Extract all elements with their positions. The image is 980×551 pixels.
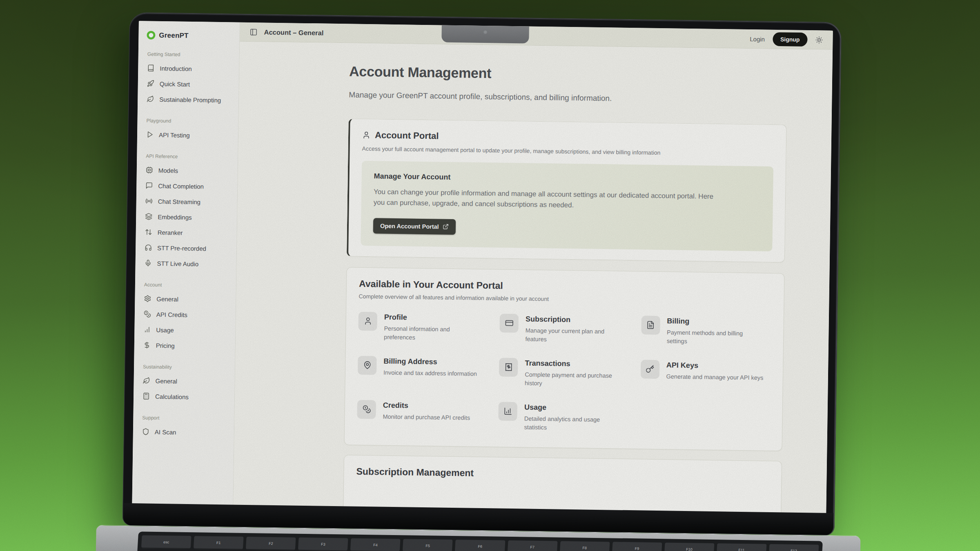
feature-subscription[interactable]: SubscriptionManage your current plan and… <box>499 313 630 344</box>
coins-icon <box>357 400 376 419</box>
sidebar-item-playground-api-testing[interactable]: API Testing <box>143 127 233 143</box>
signup-button[interactable]: Signup <box>773 32 808 47</box>
shield-icon <box>142 428 149 435</box>
feature-body: SubscriptionManage your current plan and… <box>525 314 624 344</box>
manage-account-panel: Manage Your Account You can change your … <box>361 161 773 251</box>
sidebar-item-label: Embeddings <box>158 213 192 220</box>
book-icon <box>147 64 154 72</box>
sidebar-section-label: Getting Started <box>144 51 234 58</box>
sidebar-item-getting-started-sustainable-prompting[interactable]: Sustainable Prompting <box>143 91 233 108</box>
portal-card-title: Account Portal <box>375 130 439 141</box>
feature-description: Detailed analytics and usage statistics <box>524 414 622 433</box>
key-esc: esc <box>141 535 192 549</box>
message-square-icon <box>145 182 153 189</box>
sidebar-item-api-reference-models[interactable]: Models <box>143 162 232 179</box>
play-icon <box>146 131 154 138</box>
feature-usage[interactable]: UsageDetailed analytics and usage statis… <box>498 402 628 433</box>
feature-body: CreditsMonitor and purchase API credits <box>383 400 470 422</box>
feature-credits[interactable]: CreditsMonitor and purchase API credits <box>357 400 487 431</box>
sidebar-item-support-ai-scan[interactable]: AI Scan <box>139 424 229 440</box>
subscription-card-title: Subscription Management <box>356 466 769 483</box>
sidebar-item-label: General <box>156 377 178 384</box>
keyboard: escF1F2F3F4F5F6F7F8F9F10F11F12~123456789… <box>132 531 823 551</box>
sidebar-item-getting-started-quick-start[interactable]: Quick Start <box>144 76 234 92</box>
subscription-management-card: Subscription Management <box>343 455 782 514</box>
bar-chart-icon <box>143 326 151 333</box>
panel-left-icon[interactable] <box>249 28 257 36</box>
browser-viewport: GreenPT Getting StartedIntroductionQuick… <box>132 21 833 514</box>
feature-description: Complete payment and purchase history <box>525 370 623 389</box>
feature-description: Payment methods and billing settings <box>667 328 765 347</box>
sidebar-item-label: Models <box>158 167 178 174</box>
sidebar-item-account-usage[interactable]: Usage <box>140 322 230 338</box>
sidebar-item-api-reference-stt-live-audio[interactable]: STT Live Audio <box>141 255 231 272</box>
features-card-subtitle: Complete overview of all features and in… <box>359 293 771 305</box>
feature-title: API Keys <box>666 361 764 371</box>
calculator-icon <box>143 392 150 400</box>
key-f12: F12 <box>769 544 819 551</box>
page-breadcrumb: Account – General <box>264 28 323 37</box>
sun-icon[interactable] <box>815 36 823 44</box>
open-account-portal-button[interactable]: Open Account Portal <box>373 218 456 235</box>
manage-account-body: You can change your profile information … <box>374 187 721 213</box>
sidebar-item-label: API Credits <box>156 311 187 318</box>
user-icon <box>362 131 370 139</box>
sidebar-item-label: Introduction <box>160 64 192 72</box>
sidebar-item-sustainability-general[interactable]: General <box>139 373 229 389</box>
file-text-icon <box>641 315 660 335</box>
sidebar-item-sustainability-calculations[interactable]: Calculations <box>139 388 229 405</box>
key-f7: F7 <box>507 540 557 551</box>
camera-dot <box>483 30 488 34</box>
sidebar-item-account-pricing[interactable]: Pricing <box>140 337 230 354</box>
features-card-title: Available in Your Account Portal <box>359 278 772 295</box>
sidebar-item-account-api-credits[interactable]: API Credits <box>140 306 230 323</box>
feature-title: Billing Address <box>383 357 477 367</box>
feature-body: Billing AddressInvoice and tax address i… <box>383 356 477 378</box>
feature-title: Profile <box>384 313 482 322</box>
feature-api-keys[interactable]: API KeysGenerate and manage your API key… <box>640 360 771 391</box>
feature-title: Transactions <box>525 359 623 369</box>
feature-body: BillingPayment methods and billing setti… <box>667 316 765 347</box>
feature-transactions[interactable]: TransactionsComplete payment and purchas… <box>499 358 629 389</box>
background: GreenPT Getting StartedIntroductionQuick… <box>0 0 980 551</box>
user-icon <box>358 311 377 331</box>
laptop-mockup: GreenPT Getting StartedIntroductionQuick… <box>120 12 842 551</box>
sidebar-nav: Getting StartedIntroductionQuick StartSu… <box>139 51 234 440</box>
sidebar-section-label: Account <box>141 282 230 289</box>
open-account-portal-label: Open Account Portal <box>380 222 439 230</box>
arrow-up-down-icon <box>145 228 152 236</box>
feature-description: Invoice and tax address information <box>383 368 477 378</box>
feature-description: Manage your current plan and features <box>525 326 624 344</box>
sidebar-item-label: General <box>156 295 178 302</box>
sidebar-item-label: Sustainable Prompting <box>159 96 221 103</box>
logo[interactable]: GreenPT <box>144 29 234 41</box>
sidebar-item-api-reference-reranker[interactable]: Reranker <box>141 224 231 241</box>
sidebar-item-label: STT Live Audio <box>157 260 199 267</box>
feature-title: Credits <box>383 401 470 411</box>
sidebar-item-getting-started-introduction[interactable]: Introduction <box>144 60 234 77</box>
sidebar-item-api-reference-chat-completion[interactable]: Chat Completion <box>142 178 232 194</box>
sidebar-item-label: Quick Start <box>160 80 190 87</box>
key-f9: F9 <box>612 542 662 551</box>
dollar-icon <box>143 341 151 349</box>
manage-account-title: Manage Your Account <box>374 172 761 186</box>
gear-icon <box>144 295 151 302</box>
laptop-screen-bezel: GreenPT Getting StartedIntroductionQuick… <box>122 12 842 535</box>
cpu-icon <box>146 166 153 173</box>
account-portal-card: Account Portal Access your full account … <box>347 118 787 262</box>
key-f3: F3 <box>298 538 348 551</box>
login-link[interactable]: Login <box>750 36 765 43</box>
sidebar-item-account-general[interactable]: General <box>140 291 230 307</box>
feature-billing-address[interactable]: Billing AddressInvoice and tax address i… <box>358 355 488 387</box>
sidebar-section-playground: PlaygroundAPI Testing <box>143 118 233 143</box>
feature-billing[interactable]: BillingPayment methods and billing setti… <box>641 315 771 347</box>
coins-icon <box>144 310 151 318</box>
key-f10: F10 <box>664 542 714 551</box>
key-f2: F2 <box>246 537 296 551</box>
sidebar-item-api-reference-embeddings[interactable]: Embeddings <box>142 209 232 225</box>
feature-title: Subscription <box>526 315 624 324</box>
sidebar-item-api-reference-stt-pre-recorded[interactable]: STT Pre-recorded <box>141 240 231 256</box>
feature-profile[interactable]: ProfilePersonal information and preferen… <box>358 311 488 342</box>
page-title: Account Management <box>349 63 787 85</box>
sidebar-item-api-reference-chat-streaming[interactable]: Chat Streaming <box>142 193 232 210</box>
